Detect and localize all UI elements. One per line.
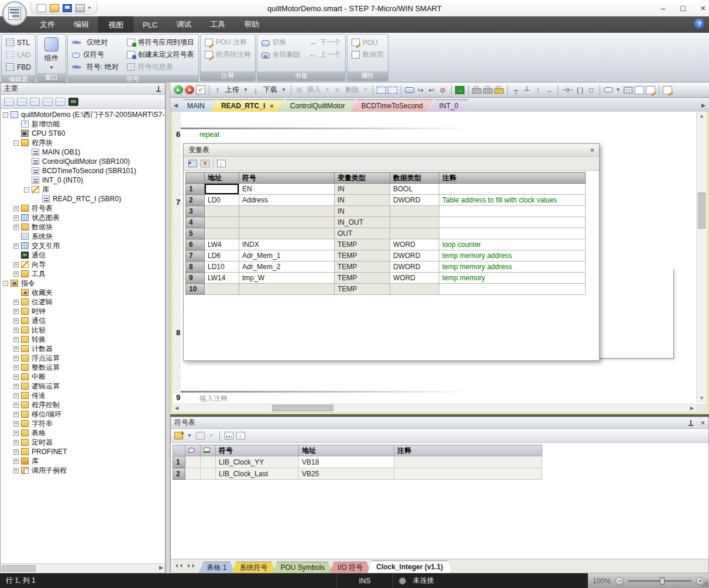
editor-tab[interactable]: BCDTimeToSecond [351,99,433,112]
tree-expander-icon[interactable] [24,150,29,155]
line-down-icon[interactable]: ┬ [511,85,521,95]
pou-comment-button[interactable]: POU 注释 [203,36,253,49]
goto-icon[interactable] [455,86,464,94]
tree-expander-icon[interactable]: + [13,449,19,455]
zoom-slider-thumb[interactable] [660,577,665,584]
download-icon[interactable]: ↓ [251,85,260,95]
menu-item[interactable]: 帮助 [235,16,269,33]
tree-expander-icon[interactable]: + [13,328,19,333]
tree-item[interactable]: + 计数器 [1,344,165,353]
network-comment-placeholder[interactable]: 输入注释 [199,394,228,404]
previous-bookmark-icon[interactable]: ↩ [427,85,436,95]
tree-expander-icon[interactable]: - [13,140,19,146]
column-header[interactable]: 地址 [205,173,239,184]
address-cell[interactable]: LD10 [205,262,239,273]
symbol-cell[interactable] [239,284,335,295]
scrollbar-thumb[interactable] [272,405,333,411]
symbol-info-grid-icon[interactable] [624,87,633,94]
minimize-button[interactable]: – [661,4,666,13]
insert-row-icon[interactable] [188,160,197,167]
delete-row-icon[interactable] [201,160,209,167]
toggle-bookmark-button[interactable]: 切换 [260,36,302,49]
data-type-cell[interactable] [390,228,439,239]
stl-button[interactable]: STL [4,36,33,49]
menu-item[interactable]: 工具 [201,16,235,33]
comment-cell[interactable]: Table address to fill with clock values [439,195,586,206]
menu-item[interactable]: 调试 [167,16,201,33]
resize-grip[interactable] [702,581,708,587]
symbol-cell[interactable]: EN [239,184,335,195]
tree-expander-icon[interactable] [13,253,19,258]
tree-item[interactable]: + PROFINET [1,447,165,456]
symbol-cell[interactable]: Adr_Mem_2 [239,262,335,273]
symbolic-absolute-button[interactable]: 符号: 绝对 [70,61,121,73]
variable-table-row[interactable]: 10TEMP [186,284,586,295]
tree-item[interactable]: + 字符串 [1,419,165,428]
column-header[interactable]: 符号 [239,173,335,184]
column-header[interactable]: 注释 [394,445,542,456]
tree-expander-icon[interactable] [24,178,29,183]
menu-item[interactable]: PLC [133,16,167,33]
addressing-toggle-icon[interactable] [604,87,613,92]
address-cell[interactable]: VB18 [299,456,394,468]
comment-cell[interactable]: temp memory address [439,250,586,262]
tree-item[interactable]: + 调用子例程 [1,466,165,475]
clear-bookmarks-icon[interactable]: ⊘ [438,85,448,95]
menu-item[interactable]: 视图 [98,16,133,33]
var-type-cell[interactable]: TEMP [335,239,390,250]
tree-item[interactable]: + 中断 [1,372,165,381]
column-header[interactable]: 数据类型 [390,173,439,184]
address-cell[interactable]: LD6 [205,250,239,262]
tree-expander-icon[interactable]: - [3,112,8,118]
data-type-cell[interactable] [390,206,439,217]
communications-icon[interactable] [68,98,78,106]
tree-expander-icon[interactable]: + [13,403,19,408]
address-cell[interactable]: LW14 [205,273,239,284]
tree-expander-icon[interactable]: + [13,309,19,314]
tree-item[interactable]: - quiltMotorDemo (E:\西门子S7-200SMART\S7-2… [1,110,165,119]
tree-expander-icon[interactable]: + [13,225,19,230]
tab-scroll-right-icon[interactable]: ▶ [701,102,705,108]
symbol-cell[interactable]: LIB_Clock_YY [216,456,299,468]
previous-bookmark-button[interactable]: 上一个 [307,49,343,61]
address-cell[interactable] [205,217,239,228]
column-header[interactable]: 变量类型 [335,173,390,184]
tree-item[interactable]: 收藏夹 [1,288,165,297]
comment-cell[interactable]: temp memory address [439,262,586,273]
symbol-cell[interactable] [239,206,335,217]
symbolic-only-button[interactable]: 仅符号 [70,49,121,61]
chevron-down-icon[interactable]: ▼ [616,87,621,92]
chevron-down-icon[interactable]: ▼ [281,87,286,92]
symbol-cell[interactable]: Address [239,195,335,206]
tree-expander-icon[interactable]: + [13,440,19,445]
tree-expander-icon[interactable]: + [13,346,19,352]
pin-icon[interactable] [688,420,694,426]
address-cell[interactable] [205,184,239,195]
tree-item[interactable]: + 浮点运算 [1,353,165,363]
comment-cell[interactable] [394,456,542,468]
variable-table-row[interactable]: 7LD6Adr_Mem_1TEMPDWORDtemp memory addres… [186,250,586,262]
editor-tab[interactable]: READ_RTC_I × [211,99,284,112]
tree-expander-icon[interactable]: + [13,356,19,361]
editor-tab[interactable]: MAIN [177,99,215,112]
tree-expander-icon[interactable]: + [13,262,19,267]
chevron-down-icon[interactable]: ▼ [187,433,192,438]
tree-item[interactable]: ControlQuiltMotor (SBR100) [1,157,165,166]
symbol-cell[interactable] [239,228,335,239]
tree-expander-icon[interactable] [13,234,19,239]
line-up-icon[interactable]: ┴ [522,85,532,95]
tree-item[interactable]: 新增功能 [1,119,165,129]
var-type-cell[interactable]: IN_OUT [335,217,390,228]
address-cell[interactable]: LW4 [205,239,239,250]
new-table-icon[interactable] [174,432,183,439]
pou-comment-icon[interactable] [635,86,644,94]
tree-item[interactable]: + 逻辑运算 [1,381,165,391]
symbol-cell[interactable]: LIB_Clock_Last [216,468,299,480]
tree-expander-icon[interactable]: + [13,365,19,370]
lad-button[interactable]: LAD [4,49,33,61]
new-file-icon[interactable] [37,4,46,12]
tree-item[interactable]: MAIN (OB1) [1,147,165,157]
tree-expander-icon[interactable]: - [24,187,29,192]
comment-cell[interactable] [439,206,586,217]
variable-table-row[interactable]: 6LW4INDXTEMPWORDloop counter [186,239,586,250]
